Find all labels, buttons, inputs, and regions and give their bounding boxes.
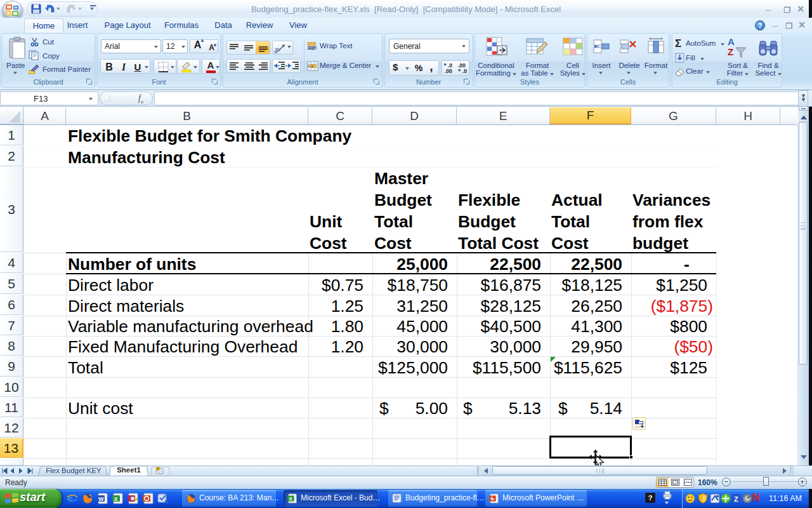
svg-text:W: W xyxy=(98,496,104,502)
svg-text:X: X xyxy=(289,496,292,502)
svg-text:A: A xyxy=(728,36,735,47)
svg-text:.0: .0 xyxy=(462,68,467,74)
svg-text:a: a xyxy=(311,64,313,68)
svg-text:Z: Z xyxy=(734,495,738,503)
svg-text:X: X xyxy=(114,496,118,502)
svg-text:.00: .00 xyxy=(445,68,452,74)
svg-text:Z: Z xyxy=(728,46,733,57)
svg-text:e: e xyxy=(68,492,73,504)
